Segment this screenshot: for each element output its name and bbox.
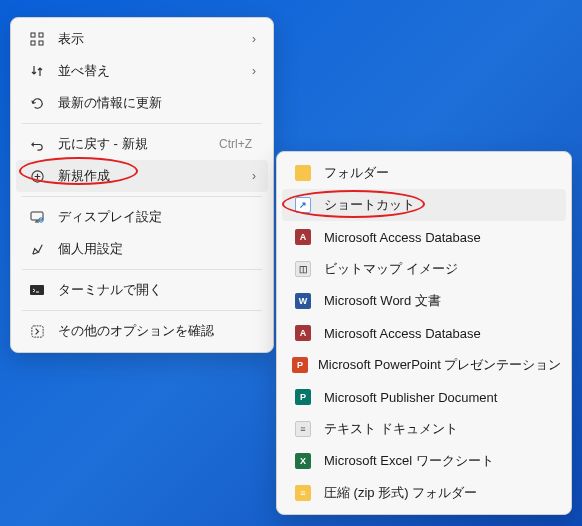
shortcut-icon: ↗ <box>292 197 314 213</box>
terminal-icon <box>26 282 48 298</box>
excel-icon: X <box>292 453 314 469</box>
submenu-item-label: ビットマップ イメージ <box>324 260 556 278</box>
menu-item-label: 新規作成 <box>58 167 252 185</box>
menu-item-label: 並べ替え <box>58 62 252 80</box>
menu-item-label: 表示 <box>58 30 252 48</box>
text-icon: ≡ <box>292 421 314 437</box>
menu-item-refresh[interactable]: 最新の情報に更新 <box>16 87 268 119</box>
zip-folder-icon: ≡ <box>292 485 314 501</box>
bitmap-icon: ◫ <box>292 261 314 277</box>
chevron-right-icon: › <box>252 169 258 183</box>
access-icon: A <box>292 325 314 341</box>
publisher-icon: P <box>292 389 314 405</box>
new-submenu: フォルダー ↗ ショートカット A Microsoft Access Datab… <box>276 151 572 515</box>
add-icon <box>26 169 48 184</box>
personalize-icon <box>26 242 48 257</box>
submenu-item-folder[interactable]: フォルダー <box>282 157 566 189</box>
display-icon <box>26 209 48 225</box>
context-menu: 表示 › 並べ替え › 最新の情報に更新 元に戻す - 新規 Ctrl+Z 新規… <box>10 17 274 353</box>
menu-item-personalize[interactable]: 個人用設定 <box>16 233 268 265</box>
submenu-item-label: フォルダー <box>324 164 556 182</box>
menu-divider <box>22 196 262 197</box>
svg-rect-1 <box>39 33 43 37</box>
menu-divider <box>22 123 262 124</box>
svg-rect-2 <box>31 41 35 45</box>
submenu-item-label: ショートカット <box>324 196 556 214</box>
menu-item-more-options[interactable]: その他のオプションを確認 <box>16 315 268 347</box>
submenu-item-label: Microsoft Excel ワークシート <box>324 452 556 470</box>
menu-divider <box>22 269 262 270</box>
submenu-item-label: Microsoft Access Database <box>324 230 556 245</box>
submenu-item-access-2[interactable]: A Microsoft Access Database <box>282 317 566 349</box>
submenu-item-label: Microsoft Access Database <box>324 326 556 341</box>
svg-rect-3 <box>39 41 43 45</box>
menu-item-label: 元に戻す - 新規 <box>58 135 219 153</box>
svg-rect-0 <box>31 33 35 37</box>
sort-icon <box>26 63 48 79</box>
submenu-item-excel[interactable]: X Microsoft Excel ワークシート <box>282 445 566 477</box>
submenu-item-access[interactable]: A Microsoft Access Database <box>282 221 566 253</box>
submenu-item-publisher[interactable]: P Microsoft Publisher Document <box>282 381 566 413</box>
menu-item-label: ターミナルで開く <box>58 281 258 299</box>
menu-item-display-settings[interactable]: ディスプレイ設定 <box>16 201 268 233</box>
submenu-item-shortcut[interactable]: ↗ ショートカット <box>282 189 566 221</box>
menu-item-label: 最新の情報に更新 <box>58 94 258 112</box>
submenu-item-label: テキスト ドキュメント <box>324 420 556 438</box>
menu-item-terminal[interactable]: ターミナルで開く <box>16 274 268 306</box>
menu-item-sort[interactable]: 並べ替え › <box>16 55 268 87</box>
menu-item-label: その他のオプションを確認 <box>58 322 258 340</box>
submenu-item-label: Microsoft PowerPoint プレゼンテーション <box>318 356 561 374</box>
menu-item-shortcut: Ctrl+Z <box>219 137 258 151</box>
svg-rect-8 <box>31 325 42 336</box>
word-icon: W <box>292 293 314 309</box>
menu-item-view[interactable]: 表示 › <box>16 23 268 55</box>
submenu-item-label: Microsoft Word 文書 <box>324 292 556 310</box>
submenu-item-zip[interactable]: ≡ 圧縮 (zip 形式) フォルダー <box>282 477 566 509</box>
chevron-right-icon: › <box>252 64 258 78</box>
menu-item-new[interactable]: 新規作成 › <box>16 160 268 192</box>
menu-divider <box>22 310 262 311</box>
submenu-item-word[interactable]: W Microsoft Word 文書 <box>282 285 566 317</box>
svg-rect-5 <box>31 212 43 220</box>
view-icon <box>26 31 48 47</box>
submenu-item-powerpoint[interactable]: P Microsoft PowerPoint プレゼンテーション <box>282 349 566 381</box>
submenu-item-bitmap[interactable]: ◫ ビットマップ イメージ <box>282 253 566 285</box>
powerpoint-icon: P <box>292 357 308 373</box>
undo-icon <box>26 137 48 152</box>
submenu-item-label: 圧縮 (zip 形式) フォルダー <box>324 484 556 502</box>
menu-item-label: ディスプレイ設定 <box>58 208 258 226</box>
more-options-icon <box>26 324 48 339</box>
menu-item-label: 個人用設定 <box>58 240 258 258</box>
chevron-right-icon: › <box>252 32 258 46</box>
submenu-item-text[interactable]: ≡ テキスト ドキュメント <box>282 413 566 445</box>
access-icon: A <box>292 229 314 245</box>
submenu-item-label: Microsoft Publisher Document <box>324 390 556 405</box>
refresh-icon <box>26 96 48 111</box>
folder-icon <box>292 165 314 181</box>
menu-item-undo[interactable]: 元に戻す - 新規 Ctrl+Z <box>16 128 268 160</box>
svg-rect-7 <box>30 285 44 295</box>
